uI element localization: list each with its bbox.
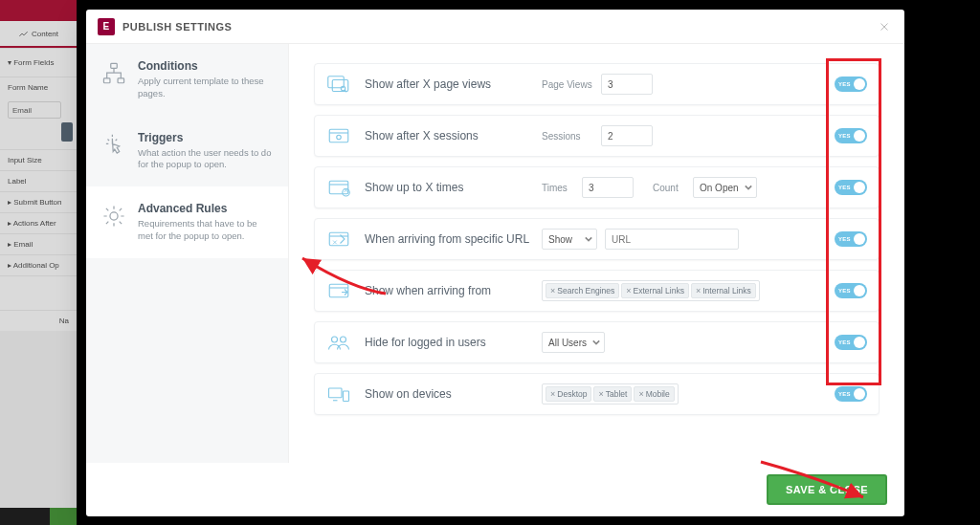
sidebar-title-triggers: Triggers <box>138 131 275 144</box>
sessions-field-label: Sessions <box>542 131 593 142</box>
tag-internal-links[interactable]: Internal Links <box>691 283 756 298</box>
url-icon <box>326 230 351 249</box>
svg-rect-7 <box>329 129 348 142</box>
from-url-input[interactable] <box>605 229 739 250</box>
svg-rect-4 <box>328 77 345 88</box>
svg-rect-1 <box>103 78 110 83</box>
click-icon <box>100 131 128 160</box>
chevron-down-icon <box>745 184 752 191</box>
close-button[interactable] <box>876 18 893 35</box>
toggle-page-views[interactable]: YES <box>835 77 867 92</box>
chevron-down-icon <box>585 235 592 243</box>
settings-sidebar: Conditions Apply current template to the… <box>86 44 289 463</box>
rule-label-page-views: Show after X page views <box>365 77 542 91</box>
rule-up-to: Show up to X times Times Count On Open Y… <box>314 166 880 208</box>
modal-title: PUBLISH SETTINGS <box>122 21 232 33</box>
page-views-icon <box>326 75 351 94</box>
rule-label-arriving: Show when arriving from <box>365 284 542 297</box>
toggle-devices[interactable]: YES <box>835 386 867 402</box>
elementor-logo: E <box>98 18 115 35</box>
rule-from-url: When arriving from specific URL Show YES <box>314 218 880 260</box>
arriving-icon <box>326 281 351 300</box>
svg-rect-15 <box>329 388 343 398</box>
svg-rect-11 <box>329 232 348 246</box>
svg-rect-0 <box>111 63 118 68</box>
tag-tablet[interactable]: Tablet <box>593 386 632 402</box>
svg-rect-5 <box>332 80 348 92</box>
count-select[interactable]: On Open <box>693 177 757 198</box>
rule-label-sessions: Show after X sessions <box>365 129 542 142</box>
settings-main: Show after X page views Page Views YES S… <box>289 44 904 463</box>
sidebar-title-advanced: Advanced Rules <box>138 202 275 215</box>
rule-hide-logged: Hide for logged in users All Users YES <box>314 321 880 363</box>
tag-desktop[interactable]: Desktop <box>546 386 591 402</box>
sidebar-item-advanced-rules[interactable]: Advanced Rules Requirements that have to… <box>86 186 288 258</box>
toggle-up-to[interactable]: YES <box>835 180 867 195</box>
times-input[interactable] <box>582 177 634 198</box>
devices-tags[interactable]: Desktop Tablet Mobile <box>542 383 679 405</box>
devices-icon <box>326 384 351 404</box>
save-and-close-button[interactable]: SAVE & CLOSE <box>767 474 887 505</box>
page-views-input[interactable] <box>601 74 653 95</box>
svg-rect-2 <box>118 78 124 83</box>
rule-label-devices: Show on devices <box>365 387 542 401</box>
svg-point-3 <box>110 212 118 220</box>
modal-header: E PUBLISH SETTINGS <box>86 10 904 44</box>
toggle-sessions[interactable]: YES <box>835 128 867 143</box>
chevron-down-icon <box>592 339 600 346</box>
hide-logged-select[interactable]: All Users <box>542 332 605 353</box>
times-icon <box>326 178 351 197</box>
close-icon <box>879 21 890 33</box>
from-url-select[interactable]: Show <box>542 229 597 250</box>
sidebar-title-conditions: Conditions <box>138 59 275 73</box>
tag-external-links[interactable]: External Links <box>621 283 689 298</box>
publish-settings-modal: E PUBLISH SETTINGS Conditions Apply curr… <box>86 10 904 516</box>
sessions-icon <box>326 126 351 145</box>
svg-point-8 <box>337 135 342 140</box>
tag-mobile[interactable]: Mobile <box>634 386 674 402</box>
sitemap-icon <box>100 59 128 88</box>
page-views-field-label: Page Views <box>542 79 593 90</box>
svg-point-14 <box>341 337 346 342</box>
svg-rect-9 <box>329 181 348 194</box>
svg-rect-16 <box>344 391 349 402</box>
gear-icon <box>100 202 128 230</box>
rule-page-views: Show after X page views Page Views YES <box>314 63 880 105</box>
sidebar-item-conditions[interactable]: Conditions Apply current template to the… <box>86 44 288 116</box>
rule-label-hide-logged: Hide for logged in users <box>365 336 542 349</box>
sessions-input[interactable] <box>601 125 653 146</box>
times-label: Times <box>542 183 574 193</box>
rule-sessions: Show after X sessions Sessions YES <box>314 115 880 157</box>
rule-arriving-from: Show when arriving from Search Engines E… <box>314 270 880 312</box>
sidebar-desc-conditions: Apply current template to these pages. <box>138 76 275 100</box>
rule-label-up-to: Show up to X times <box>365 181 542 194</box>
svg-point-13 <box>332 337 338 342</box>
rule-devices: Show on devices Desktop Tablet Mobile YE… <box>314 373 880 415</box>
users-icon <box>326 333 351 352</box>
toggle-from-url[interactable]: YES <box>835 231 867 247</box>
toggle-hide-logged[interactable]: YES <box>835 335 867 350</box>
rule-label-from-url: When arriving from specific URL <box>365 232 542 246</box>
tag-search-engines[interactable]: Search Engines <box>546 283 619 298</box>
arriving-tags[interactable]: Search Engines External Links Internal L… <box>542 280 760 301</box>
sidebar-desc-advanced: Requirements that have to be met for the… <box>138 218 275 243</box>
count-label: Count <box>653 183 685 193</box>
modal-footer: SAVE & CLOSE <box>86 463 904 516</box>
toggle-arriving[interactable]: YES <box>835 283 867 298</box>
sidebar-desc-triggers: What action the user needs to do for the… <box>138 147 275 172</box>
sidebar-item-triggers[interactable]: Triggers What action the user needs to d… <box>86 116 288 187</box>
